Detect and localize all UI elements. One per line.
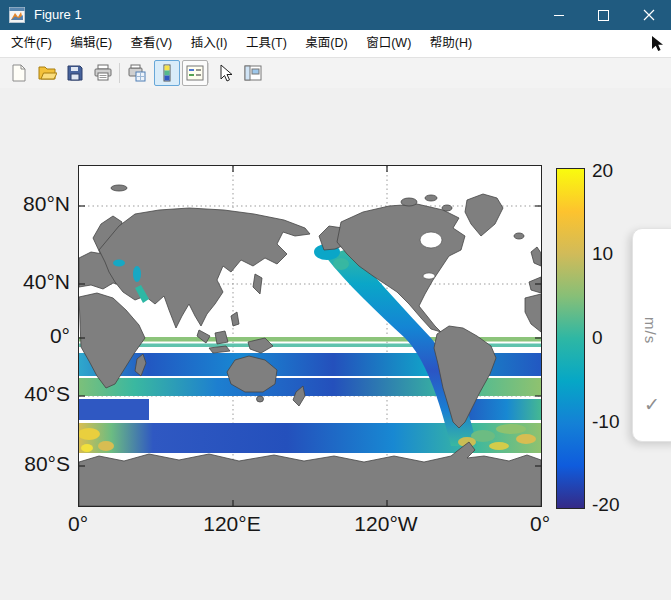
ytick-40n: 40°N bbox=[6, 270, 70, 294]
menu-view[interactable]: 查看(V) bbox=[124, 30, 180, 57]
check-icon[interactable]: ✓ bbox=[644, 393, 660, 416]
figure-canvas: 80°N 40°N 0° 40°S 80°S 0° 120°E 120°W 0°… bbox=[0, 88, 671, 600]
cbtick-10: 10 bbox=[592, 243, 613, 265]
open-file-button[interactable] bbox=[34, 60, 60, 86]
overlay-panel: m/s ✓ bbox=[632, 228, 671, 442]
close-button[interactable] bbox=[626, 0, 671, 30]
toolbar-separator bbox=[119, 63, 120, 83]
xtick-120e: 120°E bbox=[177, 512, 287, 536]
insert-legend-button[interactable] bbox=[182, 60, 208, 86]
insert-legend-icon bbox=[185, 63, 205, 83]
ytick-0: 0° bbox=[6, 324, 70, 348]
menu-insert[interactable]: 插入(I) bbox=[184, 30, 235, 57]
print-figure-icon bbox=[93, 63, 113, 83]
menu-edit[interactable]: 编辑(E) bbox=[63, 30, 119, 57]
new-figure-icon bbox=[9, 63, 29, 83]
cbtick-0: 0 bbox=[592, 327, 603, 349]
menu-help[interactable]: 帮助(H) bbox=[423, 30, 479, 57]
menu-file[interactable]: 文件(F) bbox=[4, 30, 59, 57]
ytick-80n: 80°N bbox=[6, 192, 70, 216]
minimize-button[interactable] bbox=[536, 0, 581, 30]
print-figure-button[interactable] bbox=[90, 60, 116, 86]
menu-desktop[interactable]: 桌面(D) bbox=[298, 30, 354, 57]
print-preview-icon bbox=[127, 63, 147, 83]
xtick-0-right: 0° bbox=[485, 512, 595, 536]
mouse-cursor bbox=[652, 36, 664, 52]
figure-app-icon bbox=[9, 7, 25, 23]
maximize-button[interactable] bbox=[581, 0, 626, 30]
matlab-figure-window: Figure 1 文件(F) 编辑(E) 查看(V) 插入(I) 工具(T) 桌… bbox=[0, 0, 671, 600]
minimize-icon bbox=[554, 15, 564, 16]
figure-toolbar bbox=[0, 58, 671, 89]
save-figure-button[interactable] bbox=[62, 60, 88, 86]
colorbar[interactable] bbox=[556, 168, 585, 509]
show-plot-tools-icon bbox=[243, 63, 263, 83]
world-map bbox=[79, 166, 541, 506]
menu-tools[interactable]: 工具(T) bbox=[239, 30, 294, 57]
menu-window[interactable]: 窗口(W) bbox=[359, 30, 418, 57]
show-plot-tools-button[interactable] bbox=[240, 60, 266, 86]
window-title: Figure 1 bbox=[34, 0, 82, 30]
maximize-icon bbox=[598, 10, 609, 21]
title-bar[interactable]: Figure 1 bbox=[0, 0, 671, 30]
xtick-120w: 120°W bbox=[331, 512, 441, 536]
cbtick-neg10: -10 bbox=[592, 411, 619, 433]
close-icon bbox=[643, 9, 655, 21]
menu-bar: 文件(F) 编辑(E) 查看(V) 插入(I) 工具(T) 桌面(D) 窗口(W… bbox=[0, 30, 671, 58]
toolbar-separator bbox=[208, 63, 209, 83]
open-file-icon bbox=[37, 63, 57, 83]
cbtick-neg20: -20 bbox=[592, 494, 619, 516]
window-controls bbox=[536, 0, 671, 30]
map-axes[interactable] bbox=[78, 165, 542, 507]
colorbar-gradient bbox=[557, 169, 584, 508]
ytick-80s: 80°S bbox=[6, 452, 70, 476]
ytick-40s: 40°S bbox=[6, 382, 70, 406]
cbtick-20: 20 bbox=[592, 160, 613, 182]
insert-colorbar-button[interactable] bbox=[154, 60, 180, 86]
overlay-units-label: m/s bbox=[642, 317, 659, 344]
new-figure-button[interactable] bbox=[6, 60, 32, 86]
insert-colorbar-icon bbox=[157, 63, 177, 83]
xtick-0-left: 0° bbox=[23, 512, 133, 536]
edit-plot-icon bbox=[215, 63, 235, 83]
print-preview-button[interactable] bbox=[124, 60, 150, 86]
edit-plot-button[interactable] bbox=[212, 60, 238, 86]
save-figure-icon bbox=[65, 63, 85, 83]
